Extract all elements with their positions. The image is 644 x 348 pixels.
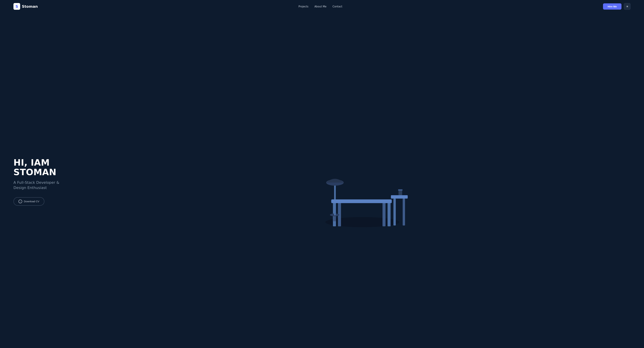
nav-link-projects[interactable]: Projects [298,5,308,8]
svg-rect-4 [382,201,386,226]
hero-section: HI, IAM STOMAN A Full-Stack Developer & … [0,13,644,347]
hero-illustration: <|> [84,135,630,229]
logo[interactable]: S Stoman [14,3,38,10]
svg-rect-41 [331,199,392,203]
svg-rect-3 [338,201,341,226]
svg-rect-2 [388,200,390,226]
svg-rect-6 [403,199,405,226]
logo-text: Stoman [22,4,38,9]
hero-subtitle: A Full-Stack Developer & Design Enthusia… [14,180,84,191]
logo-icon: S [14,3,20,10]
theme-toggle-button[interactable]: ☀ [624,3,630,10]
nav-link-about[interactable]: About Me [314,5,326,8]
svg-rect-7 [391,195,408,199]
projects-section: Projects Portfolio [0,347,644,348]
download-cv-button[interactable]: ↓ Download CV [14,197,44,206]
nav-right: Hire Me ☀ [603,3,630,10]
hero-text: HI, IAM STOMAN A Full-Stack Developer & … [14,158,84,206]
navbar: S Stoman Projects About Me Contact Hire … [0,0,644,13]
nav-links: Projects About Me Contact [298,5,342,8]
download-icon: ↓ [18,200,22,203]
nav-link-contact[interactable]: Contact [332,5,342,8]
svg-rect-5 [394,199,396,226]
developer-illustration: <|> [300,135,414,229]
svg-rect-8 [398,190,402,195]
svg-rect-9 [398,189,402,191]
hero-title: HI, IAM STOMAN [14,158,84,177]
hire-me-button[interactable]: Hire Me [603,3,622,10]
